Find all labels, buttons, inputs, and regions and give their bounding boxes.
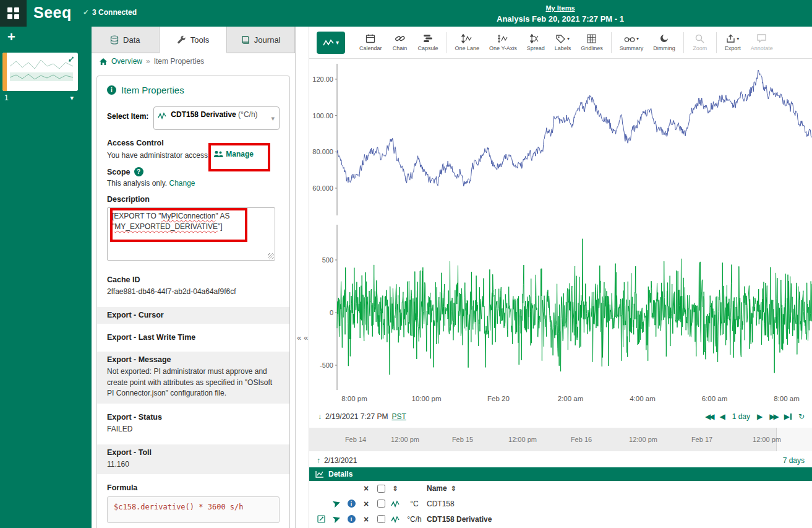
info-icon[interactable]: i: [344, 515, 359, 523]
chevron-down-icon[interactable]: ▾: [70, 94, 74, 102]
chevron-down-icon: ▾: [271, 115, 275, 123]
investigate-start-value[interactable]: 2/13/2021: [324, 456, 357, 465]
collapse-panel-button[interactable]: «: [297, 333, 301, 342]
details-panel-header[interactable]: Details: [309, 467, 812, 481]
svg-text:4:00 am: 4:00 am: [630, 395, 656, 402]
apps-menu-button[interactable]: [0, 0, 27, 27]
auto-update-button[interactable]: ↻: [798, 412, 805, 421]
change-scope-link[interactable]: Change: [169, 179, 195, 188]
tab-data[interactable]: Data: [92, 27, 160, 53]
toolbar-button-dimming[interactable]: Dimming: [649, 32, 680, 53]
select-signal-checkbox[interactable]: [377, 500, 385, 508]
edit-icon: [68, 55, 75, 63]
people-icon: [213, 150, 223, 158]
formula-code[interactable]: $c158.derivative() * 3600 s/h: [107, 496, 280, 523]
analysis-title[interactable]: Analysis Feb 20, 2021 7:27 PM - 1: [497, 14, 624, 24]
signal-name[interactable]: CDT158: [427, 500, 812, 508]
toolbar-button-annotate[interactable]: Annotate: [746, 32, 777, 53]
selected-item-unit: (°C/h): [238, 110, 257, 119]
description-textarea[interactable]: [EXPORT TO "MyPIConnection" AS "MY_EXPOR…: [107, 207, 275, 261]
details-row-cdt158[interactable]: i × °C CDT158: [309, 496, 812, 511]
description-misspelled-word: MY_EXPORTED_DERIVATIVE: [114, 222, 218, 231]
timezone-link[interactable]: PST: [391, 412, 406, 421]
timebar-track[interactable]: Feb 14 12:00 pm Feb 15 12:00 pm Feb 16 1…: [309, 428, 812, 451]
step-size-label[interactable]: 1 day: [732, 412, 750, 421]
panel-gutter: « «: [296, 27, 309, 528]
sort-name-button[interactable]: ⇕: [451, 485, 456, 493]
question-icon[interactable]: ?: [134, 167, 143, 176]
worksheet-view-button[interactable]: ▾: [317, 32, 345, 54]
display-range-row: ↓ 2/19/2021 7:27 PM PST ◀◀ ◀ 1 day ▶ ▶▶ …: [309, 409, 812, 425]
worksheet-thumbnail[interactable]: [2, 53, 78, 91]
property-row: Export - Cursor: [97, 307, 289, 324]
timebar-selected-range[interactable]: [776, 428, 812, 451]
my-items-link[interactable]: My Items: [545, 4, 575, 12]
gridlines-icon: [587, 33, 596, 43]
edit-icon[interactable]: [313, 515, 329, 523]
toolbar-button-gridlines[interactable]: Gridlines: [576, 32, 607, 53]
zoom-icon: [695, 33, 704, 43]
trend-chart-svg: 120.00100.0080.00060.0005000-5008:00 pm1…: [309, 59, 812, 409]
toolbar-button-chain[interactable]: Chain: [388, 32, 412, 53]
jump-icon[interactable]: [329, 500, 344, 508]
toolbar-button-zoom[interactable]: Zoom: [688, 32, 712, 53]
formula-section: Formula $c158.derivative() * 3600 s/h: [97, 480, 289, 527]
step-back-fast-button[interactable]: ◀◀: [705, 412, 712, 421]
breadcrumb-overview-link[interactable]: Overview: [111, 57, 142, 66]
apps-icon: [7, 7, 19, 19]
details-row-cdt158-derivative[interactable]: i × °C/h CDT158 Derivative: [309, 511, 812, 527]
remove-all-column-header[interactable]: ×: [359, 483, 374, 493]
header-center: My Items Analysis Feb 20, 2021 7:27 PM -…: [497, 2, 624, 24]
chevron-down-icon: ▾: [336, 39, 339, 46]
jump-icon[interactable]: [329, 515, 344, 523]
connection-status[interactable]: ✓ 3 Connected: [83, 8, 137, 17]
forward-icon: ▶: [784, 412, 790, 421]
step-forward-fast-button[interactable]: ▶▶: [769, 412, 777, 421]
toolbar-button-summary[interactable]: ▾ Summary: [615, 32, 648, 53]
summary-icon: ▾: [624, 33, 639, 43]
textarea-resize-handle[interactable]: [268, 253, 274, 259]
scope-text: This analysis only. Change: [107, 179, 280, 188]
svg-text:100.00: 100.00: [312, 112, 333, 119]
details-icon: [315, 470, 324, 478]
toolbar-button-one-lane[interactable]: One Lane: [451, 32, 484, 53]
step-to-end-button[interactable]: ▶: [784, 412, 792, 421]
wrench-icon: [177, 35, 186, 45]
active-worksheet-indicator: [2, 53, 7, 91]
toolbar-button-capsule[interactable]: Capsule: [414, 32, 443, 53]
sort-type-button[interactable]: ⇕: [388, 485, 402, 493]
trend-chart[interactable]: 120.00100.0080.00060.0005000-5008:00 pm1…: [309, 59, 812, 409]
svg-text:120.00: 120.00: [312, 76, 333, 83]
info-icon[interactable]: i: [344, 500, 359, 508]
toolbar-button-export[interactable]: ▾ Export: [720, 32, 745, 53]
select-signal-checkbox[interactable]: [377, 515, 385, 523]
step-back-button[interactable]: ◀: [719, 412, 725, 421]
description-label: Description: [107, 195, 280, 204]
tab-tools[interactable]: Tools: [160, 27, 228, 53]
details-table-header: × ⇕ Name⇕: [309, 481, 812, 496]
toolbar-button-one-y-axis[interactable]: One Y-Axis: [485, 32, 521, 53]
home-icon[interactable]: [99, 58, 108, 66]
item-properties-card: i Item Properties Select Item: CDT158 De…: [96, 76, 290, 528]
step-forward-button[interactable]: ▶: [757, 412, 763, 421]
item-select-dropdown[interactable]: CDT158 Derivative (°C/h) ▾: [153, 106, 280, 130]
toolbar-button-spread[interactable]: Spread: [523, 32, 549, 53]
details-table: × ⇕ Name⇕ i × °C CDT158 i × °C/h CDT158 …: [309, 481, 812, 528]
signal-unit: °C/h: [402, 515, 427, 524]
toolbar-button-calendar[interactable]: Calendar: [355, 32, 387, 53]
name-column-header[interactable]: Name⇕: [427, 484, 812, 493]
remove-icon[interactable]: ×: [359, 514, 374, 524]
signal-name[interactable]: CDT158 Derivative: [427, 515, 812, 524]
toolbar-button-labels[interactable]: ▾ Labels: [550, 32, 576, 53]
manage-link[interactable]: Manage: [213, 150, 254, 158]
add-worksheet-button[interactable]: +: [0, 27, 19, 45]
description-text: "]: [218, 222, 223, 231]
collapse-panel-button-2[interactable]: «: [304, 333, 308, 342]
select-all-checkbox[interactable]: [377, 485, 385, 493]
svg-text:-500: -500: [320, 361, 333, 369]
timebar-tick: 12:00 pm: [753, 436, 781, 443]
remove-icon[interactable]: ×: [359, 499, 374, 509]
tab-journal[interactable]: Journal: [227, 27, 295, 53]
investigate-duration[interactable]: 7 days: [783, 456, 805, 465]
display-range-start-value[interactable]: 2/19/2021 7:27 PM: [325, 412, 388, 421]
